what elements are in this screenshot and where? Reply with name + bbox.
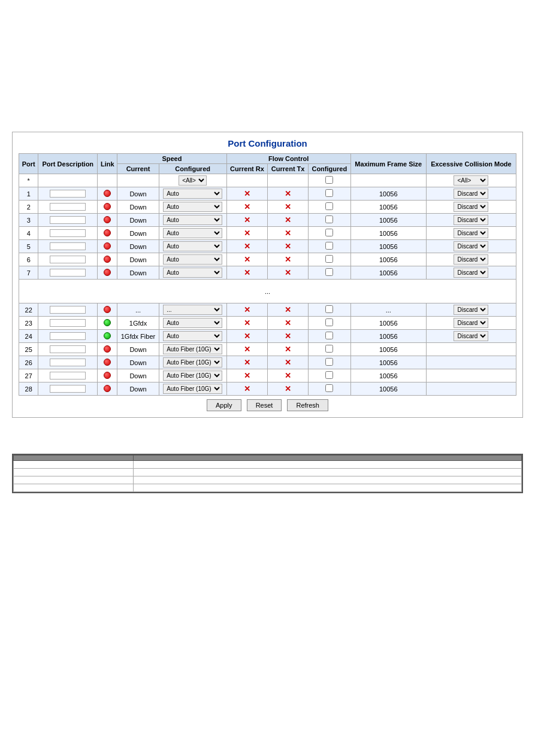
configured-speed-select[interactable]: AutoAuto Fiber (10G)10Hdx10Fdx100Hdx100F…	[163, 241, 222, 251]
cell-configured-speed[interactable]: AutoAuto Fiber (10G)10Hdx10Fdx100Hdx100F…	[159, 227, 226, 240]
cell-configured-speed[interactable]: AutoAuto Fiber (10G)10Hdx10Fdx100Hdx100F…	[159, 382, 226, 396]
cell-ecm[interactable]	[426, 369, 516, 382]
cell-desc[interactable]	[38, 201, 98, 214]
fc-configured-checkbox[interactable]	[325, 268, 333, 276]
cell-fc-configured[interactable]	[308, 382, 350, 396]
cell-desc[interactable]	[38, 266, 98, 280]
cell-fc-configured[interactable]	[308, 369, 350, 382]
cell-ecm[interactable]: DiscardRestart	[426, 187, 516, 201]
cell-configured-speed[interactable]: AutoAuto Fiber (10G)10Hdx10Fdx100Hdx100F…	[159, 201, 226, 214]
cell-ecm[interactable]: DiscardRestart	[426, 201, 516, 214]
ecm-select[interactable]: DiscardRestart	[454, 202, 488, 212]
configured-speed-select[interactable]: AutoAuto Fiber (10G)10Hdx10Fdx100Hdx100F…	[163, 371, 222, 381]
cell-desc[interactable]	[38, 382, 98, 396]
cell-desc[interactable]	[38, 369, 98, 382]
cell-desc[interactable]	[38, 343, 98, 356]
ecm-select[interactable]: DiscardRestart	[454, 254, 488, 265]
fc-configured-checkbox[interactable]	[325, 345, 333, 353]
cell-ecm[interactable]: DiscardRestart	[426, 317, 516, 330]
configured-speed-select[interactable]: AutoAuto Fiber (10G)10Hdx10Fdx100Hdx100F…	[163, 344, 222, 354]
cell-fc-configured[interactable]	[308, 240, 350, 253]
all-fc-checkbox[interactable]	[325, 176, 333, 184]
configured-speed-select[interactable]: AutoAuto Fiber (10G)10Hdx10Fdx100Hdx100F…	[163, 305, 222, 315]
cell-ecm[interactable]	[426, 343, 516, 356]
all-ecm[interactable]: <All> Discard Restart	[426, 174, 516, 187]
configured-speed-select[interactable]: AutoAuto Fiber (10G)10Hdx10Fdx100Hdx100F…	[163, 357, 222, 368]
all-fc-configured[interactable]	[308, 174, 350, 187]
cell-desc[interactable]	[38, 356, 98, 369]
cell-ecm[interactable]: DiscardRestart	[426, 214, 516, 227]
cell-configured-speed[interactable]: AutoAuto Fiber (10G)10Hdx10Fdx100Hdx100F…	[159, 303, 226, 317]
all-configured[interactable]: <All>	[159, 174, 226, 187]
fc-configured-checkbox[interactable]	[325, 384, 333, 392]
cell-ecm[interactable]: DiscardRestart	[426, 253, 516, 266]
cell-fc-configured[interactable]	[308, 266, 350, 280]
cell-fc-configured[interactable]	[308, 214, 350, 227]
reset-button[interactable]: Reset	[247, 399, 282, 411]
configured-speed-select[interactable]: AutoAuto Fiber (10G)10Hdx10Fdx100Hdx100F…	[163, 331, 222, 341]
cell-ecm[interactable]: DiscardRestart	[426, 330, 516, 343]
cell-configured-speed[interactable]: AutoAuto Fiber (10G)10Hdx10Fdx100Hdx100F…	[159, 343, 226, 356]
fc-configured-checkbox[interactable]	[325, 358, 333, 366]
cell-fc-configured[interactable]	[308, 317, 350, 330]
cell-fc-configured[interactable]	[308, 303, 350, 317]
cell-ecm[interactable]: DiscardRestart	[426, 227, 516, 240]
configured-speed-select[interactable]: AutoAuto Fiber (10G)10Hdx10Fdx100Hdx100F…	[163, 189, 222, 199]
configured-speed-select[interactable]: AutoAuto Fiber (10G)10Hdx10Fdx100Hdx100F…	[163, 202, 222, 212]
configured-speed-select[interactable]: AutoAuto Fiber (10G)10Hdx10Fdx100Hdx100F…	[163, 215, 222, 225]
cell-desc[interactable]	[38, 303, 98, 317]
ecm-select[interactable]: DiscardRestart	[454, 189, 488, 199]
fc-configured-checkbox[interactable]	[325, 202, 333, 210]
ecm-select[interactable]: DiscardRestart	[454, 268, 488, 278]
cell-ecm[interactable]: DiscardRestart	[426, 240, 516, 253]
cell-configured-speed[interactable]: AutoAuto Fiber (10G)10Hdx10Fdx100Hdx100F…	[159, 266, 226, 280]
cell-desc[interactable]	[38, 317, 98, 330]
fc-configured-checkbox[interactable]	[325, 242, 333, 250]
configured-speed-select[interactable]: AutoAuto Fiber (10G)10Hdx10Fdx100Hdx100F…	[163, 254, 222, 265]
cell-configured-speed[interactable]: AutoAuto Fiber (10G)10Hdx10Fdx100Hdx100F…	[159, 356, 226, 369]
fc-configured-checkbox[interactable]	[325, 255, 333, 263]
all-configured-select[interactable]: <All>	[179, 175, 207, 186]
refresh-button[interactable]: Refresh	[287, 399, 328, 411]
cell-ecm[interactable]	[426, 382, 516, 396]
cell-desc[interactable]	[38, 253, 98, 266]
fc-configured-checkbox[interactable]	[325, 229, 333, 236]
ecm-select[interactable]: DiscardRestart	[454, 305, 488, 315]
cell-fc-configured[interactable]	[308, 201, 350, 214]
cell-desc[interactable]	[38, 330, 98, 343]
cell-ecm[interactable]	[426, 356, 516, 369]
cell-fc-configured[interactable]	[308, 343, 350, 356]
fc-configured-checkbox[interactable]	[325, 371, 333, 379]
fc-configured-checkbox[interactable]	[325, 189, 333, 197]
cell-fc-configured[interactable]	[308, 187, 350, 201]
cell-configured-speed[interactable]: AutoAuto Fiber (10G)10Hdx10Fdx100Hdx100F…	[159, 214, 226, 227]
ecm-select[interactable]: DiscardRestart	[454, 228, 488, 238]
cell-ecm[interactable]: DiscardRestart	[426, 303, 516, 317]
fc-configured-checkbox[interactable]	[325, 215, 333, 223]
fc-configured-checkbox[interactable]	[325, 318, 333, 326]
fc-configured-checkbox[interactable]	[325, 305, 333, 313]
ecm-select[interactable]: DiscardRestart	[454, 331, 488, 341]
cell-fc-configured[interactable]	[308, 227, 350, 240]
all-ecm-select[interactable]: <All> Discard Restart	[454, 175, 488, 186]
ecm-select[interactable]: DiscardRestart	[454, 318, 488, 328]
ecm-select[interactable]: DiscardRestart	[454, 215, 488, 225]
configured-speed-select[interactable]: AutoAuto Fiber (10G)10Hdx10Fdx100Hdx100F…	[163, 318, 222, 328]
cell-desc[interactable]	[38, 227, 98, 240]
cell-configured-speed[interactable]: AutoAuto Fiber (10G)10Hdx10Fdx100Hdx100F…	[159, 253, 226, 266]
ecm-select[interactable]: DiscardRestart	[454, 241, 488, 251]
apply-button[interactable]: Apply	[207, 399, 241, 411]
cell-configured-speed[interactable]: AutoAuto Fiber (10G)10Hdx10Fdx100Hdx100F…	[159, 187, 226, 201]
cell-fc-configured[interactable]	[308, 253, 350, 266]
cell-desc[interactable]	[38, 240, 98, 253]
cell-ecm[interactable]: DiscardRestart	[426, 266, 516, 280]
cell-desc[interactable]	[38, 214, 98, 227]
cell-configured-speed[interactable]: AutoAuto Fiber (10G)10Hdx10Fdx100Hdx100F…	[159, 317, 226, 330]
configured-speed-select[interactable]: AutoAuto Fiber (10G)10Hdx10Fdx100Hdx100F…	[163, 228, 222, 238]
cell-desc[interactable]	[38, 187, 98, 201]
cell-configured-speed[interactable]: AutoAuto Fiber (10G)10Hdx10Fdx100Hdx100F…	[159, 369, 226, 382]
cell-configured-speed[interactable]: AutoAuto Fiber (10G)10Hdx10Fdx100Hdx100F…	[159, 330, 226, 343]
fc-configured-checkbox[interactable]	[325, 332, 333, 339]
cell-configured-speed[interactable]: AutoAuto Fiber (10G)10Hdx10Fdx100Hdx100F…	[159, 240, 226, 253]
configured-speed-select[interactable]: AutoAuto Fiber (10G)10Hdx10Fdx100Hdx100F…	[163, 384, 222, 394]
